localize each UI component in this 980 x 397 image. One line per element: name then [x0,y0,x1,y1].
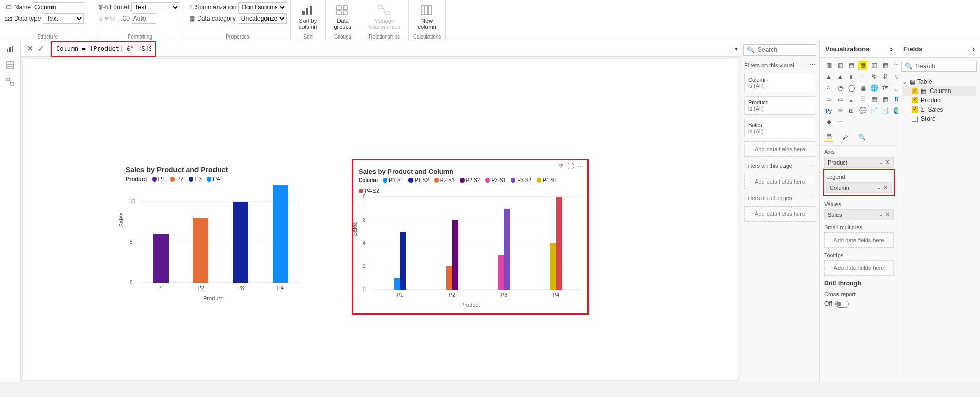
more-icon[interactable]: ⋯ [578,163,584,170]
chart-sales-by-column[interactable]: ⧩ ⛶ ⋯ Sales by Product and Column Column… [352,159,589,315]
checkbox-icon[interactable] [912,88,918,94]
powerapps-icon[interactable]: ◆ [824,117,833,127]
filters-search[interactable]: 🔍 Search [743,44,816,56]
formula-expand-button[interactable]: ▾ [732,41,740,56]
ribbon: 🏷 Name 123 Data type Text Structure $% F… [0,0,980,41]
qa-icon[interactable]: 💬 [858,106,867,115]
relationships-icon [377,4,391,16]
matrix-icon[interactable]: ▦ [881,95,890,104]
data-view-icon[interactable] [6,61,15,70]
name-input[interactable] [33,2,84,12]
new-column-button[interactable]: New column [413,2,441,32]
fields-search[interactable]: 🔍 Search [901,61,977,72]
waterfall-icon[interactable]: ⇵ [881,72,890,81]
report-canvas[interactable]: Sales by Product and Product Product P1 … [23,59,738,380]
sort-group-label: Sort [295,33,321,41]
formula-input[interactable] [52,42,155,56]
more-icon[interactable]: ⋯ [810,162,815,169]
analytics-tab-icon[interactable]: 🔍 [857,133,866,142]
datatype-select[interactable]: Text [43,13,84,24]
sort-by-column-button[interactable]: Sort by column [295,2,321,32]
cross-report-toggle[interactable] [835,301,849,308]
percent-button[interactable]: % [110,15,116,22]
100-bar-icon[interactable]: ▥ [869,61,879,70]
treemap-icon[interactable]: ▦ [858,83,867,93]
view-tabs [0,41,21,382]
stacked-column-icon[interactable]: ▥ [835,61,845,70]
add-visual-filter[interactable]: Add data fields here [744,141,815,157]
focus-icon[interactable]: ⛶ [567,163,574,170]
svg-rect-7 [343,11,347,15]
legend-field[interactable]: Column⌄✕ [826,182,892,193]
donut-icon[interactable]: ◯ [847,83,856,93]
field-sales[interactable]: ΣSales [902,105,976,114]
new-column-icon [420,4,434,16]
more-icon[interactable]: ⋯ [810,62,815,68]
decimals-input[interactable] [132,13,156,24]
clustered-bar-icon[interactable]: ▤ [847,61,856,70]
values-field[interactable]: Sales⌄✕ [824,209,894,220]
table-icon[interactable]: ▦ [869,95,879,104]
100-column-icon[interactable]: ▦ [881,61,890,70]
datacategory-select[interactable]: Uncategorized [238,13,287,24]
commit-formula-button[interactable]: ✓ [38,44,44,53]
svg-rect-3 [310,6,312,15]
close-icon: ✕ [883,184,888,191]
clustered-column-icon[interactable]: ▦ [858,61,867,70]
map-icon[interactable]: 🌐 [869,83,879,93]
cancel-formula-button[interactable]: ✕ [27,44,33,53]
paginated-icon[interactable]: 📑 [881,106,890,115]
model-view-icon[interactable] [6,77,15,86]
multi-card-icon[interactable]: ▭ [835,95,845,104]
add-all-filter[interactable]: Add data fields here [744,206,815,222]
groups-group-label: Groups [330,33,355,41]
stacked-bar-icon[interactable]: ▥ [824,61,833,70]
pie-icon[interactable]: ◔ [835,83,845,93]
format-select[interactable]: Text [131,2,180,12]
collapse-icon[interactable]: › [973,45,975,53]
currency-button[interactable]: $ [99,15,103,22]
py-icon[interactable]: Py [824,106,833,115]
kpi-icon[interactable]: ⭳ [847,95,856,104]
add-small-multiples[interactable]: Add data fields here [824,232,894,248]
field-product[interactable]: Product [902,96,976,105]
line-clustered-icon[interactable]: ⫿ [858,72,867,81]
filter-card-column[interactable]: Columnis (All) [744,74,815,92]
format-tab-icon[interactable]: 🖌 [841,133,850,142]
slicer-icon[interactable]: ☰ [858,95,867,104]
key-influencers-icon[interactable]: ⚛ [835,106,845,115]
field-column[interactable]: ▦Column [902,86,976,96]
comma-button[interactable]: , [117,15,119,22]
summarization-select[interactable]: Don't summarize [238,2,287,12]
checkbox-icon[interactable] [912,97,918,103]
chart-sales-by-product[interactable]: Sales by Product and Product Product P1 … [126,161,300,301]
checkbox-icon[interactable] [912,116,918,122]
add-tooltips[interactable]: Add data fields here [824,260,894,276]
area-icon[interactable]: ▲ [824,72,833,81]
data-groups-button[interactable]: Data groups [330,2,355,32]
filter-card-product[interactable]: Productis (All) [744,96,815,115]
groups-icon [335,4,350,16]
decomp-icon[interactable]: ⊞ [847,106,856,115]
filled-map-icon[interactable]: 🗺 [881,83,890,93]
chevron-down-icon: ⌄ [879,159,883,166]
field-store[interactable]: Store [902,114,976,123]
add-page-filter[interactable]: Add data fields here [744,174,815,189]
filter-icon[interactable]: ⧩ [558,163,563,170]
stacked-area-icon[interactable]: ▲ [835,72,845,81]
manage-relationships-button[interactable]: Manage relationships [364,2,404,32]
card-icon[interactable]: ▭ [824,95,833,104]
more-viz-icon[interactable]: ⋯ [835,117,845,127]
report-view-icon[interactable] [6,44,15,53]
fields-tab-icon[interactable]: ▤ [824,133,833,142]
ribbon-icon[interactable]: ↯ [869,72,879,81]
checkbox-icon[interactable] [912,106,918,113]
scatter-icon[interactable]: ∴ [824,83,833,93]
axis-field[interactable]: Product⌄✕ [824,157,894,168]
narrative-icon[interactable]: 📄 [869,106,879,115]
line-stacked-icon[interactable]: ⫿ [847,72,856,81]
collapse-icon[interactable]: › [890,45,893,53]
table-node[interactable]: ⌄▦Table [902,77,976,86]
more-icon[interactable]: ⋯ [810,194,815,201]
filter-card-sales[interactable]: Salesis (All) [744,119,815,137]
